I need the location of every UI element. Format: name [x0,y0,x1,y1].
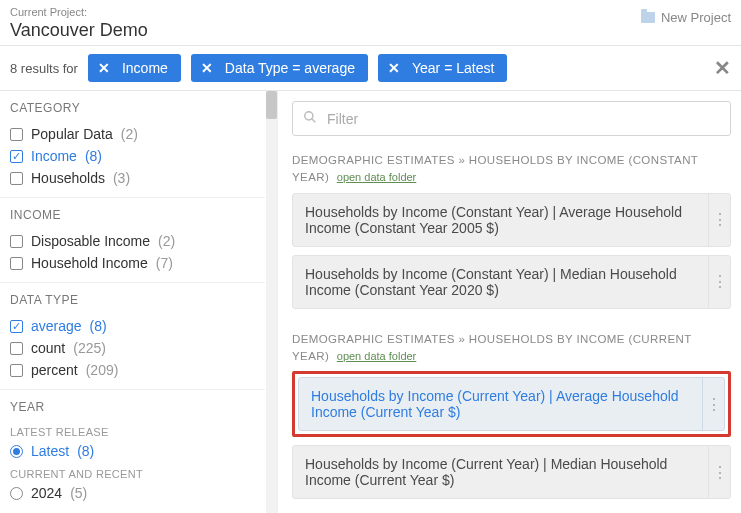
facet-count: (5) [70,485,87,501]
facet-count: (209) [86,362,119,378]
facet-popular-data[interactable]: Popular Data (2) [10,123,255,145]
facet-label: percent [31,362,78,378]
result-item[interactable]: Households by Income (Constant Year) | M… [292,255,731,309]
result-title: Households by Income (Current Year) | Av… [299,378,702,430]
close-icon[interactable]: ✕ [388,61,400,75]
facet-average[interactable]: average (8) [10,315,255,337]
checkbox-icon [10,257,23,270]
scrollbar-track[interactable] [266,91,277,513]
facet-household-income[interactable]: Household Income (7) [10,252,255,274]
facet-count: (225) [73,340,106,356]
facet-label: Households [31,170,105,186]
result-item-highlighted[interactable]: Households by Income (Current Year) | Av… [292,371,731,437]
new-project-button[interactable]: New Project [641,6,731,25]
svg-line-1 [312,119,316,123]
facet-count: (2) [158,233,175,249]
filter-box[interactable] [292,101,731,136]
facet-income[interactable]: Income (8) [10,145,255,167]
chip-label: Data Type = average [225,60,355,76]
result-title: Households by Income (Current Year) | Me… [293,446,708,498]
facet-label: Income [31,148,77,164]
kebab-icon[interactable]: ⋮ [708,194,730,246]
facet-count: (3) [113,170,130,186]
facet-count: (8) [77,443,94,459]
facet-percent[interactable]: percent (209) [10,359,255,381]
new-project-label: New Project [661,10,731,25]
radio-label: 2024 [31,485,62,501]
section-year: YEAR [0,389,265,420]
facet-households[interactable]: Households (3) [10,167,255,189]
subhead-latest-release: LATEST RELEASE [0,420,265,440]
facet-count: (8) [85,148,102,164]
section-category: CATEGORY [0,91,265,121]
filter-input[interactable] [327,111,720,127]
search-icon [303,110,317,127]
chip-datatype[interactable]: ✕Data Type = average [191,54,368,82]
facet-disposable-income[interactable]: Disposable Income (2) [10,230,255,252]
radio-icon [10,445,23,458]
facet-count: (8) [90,318,107,334]
close-icon[interactable]: ✕ [201,61,213,75]
radio-label: Latest [31,443,69,459]
kebab-icon[interactable]: ⋮ [708,256,730,308]
chip-label: Year = Latest [412,60,494,76]
facet-count[interactable]: count (225) [10,337,255,359]
group-head-constant-year: DEMOGRAPHIC ESTIMATES » HOUSEHOLDS BY IN… [292,152,731,187]
facet-label: Disposable Income [31,233,150,249]
open-data-folder-link[interactable]: open data folder [337,171,417,183]
facet-label: average [31,318,82,334]
results-count: 8 results for [10,61,78,76]
radio-latest[interactable]: Latest (8) [0,440,265,462]
facet-count: (7) [156,255,173,271]
project-label: Current Project: [10,6,148,18]
kebab-icon[interactable]: ⋮ [702,378,724,430]
chip-year[interactable]: ✕Year = Latest [378,54,507,82]
open-data-folder-link[interactable]: open data folder [337,350,417,362]
checkbox-icon [10,235,23,248]
chip-income[interactable]: ✕Income [88,54,181,82]
facet-label: Household Income [31,255,148,271]
radio-icon [10,487,23,500]
checkbox-icon [10,320,23,333]
clear-all-icon[interactable]: ✕ [714,56,731,80]
facet-count: (2) [121,126,138,142]
facet-label: count [31,340,65,356]
section-data-type: DATA TYPE [0,282,265,313]
folder-icon [641,12,655,23]
checkbox-icon [10,150,23,163]
project-name: Vancouver Demo [10,20,148,41]
result-item[interactable]: Households by Income (Current Year) | Me… [292,445,731,499]
radio-2024[interactable]: 2024 (5) [0,482,265,504]
subhead-current-recent: CURRENT AND RECENT [0,462,265,482]
section-income: INCOME [0,197,265,228]
close-icon[interactable]: ✕ [98,61,110,75]
group-head-current-year: DEMOGRAPHIC ESTIMATES » HOUSEHOLDS BY IN… [292,331,731,366]
checkbox-icon [10,172,23,185]
result-title: Households by Income (Constant Year) | M… [293,256,708,308]
facet-label: Popular Data [31,126,113,142]
scrollbar-thumb[interactable] [266,91,277,119]
checkbox-icon [10,128,23,141]
result-title: Households by Income (Constant Year) | A… [293,194,708,246]
chip-label: Income [122,60,168,76]
checkbox-icon [10,342,23,355]
result-item[interactable]: Households by Income (Constant Year) | A… [292,193,731,247]
kebab-icon[interactable]: ⋮ [708,446,730,498]
svg-point-0 [305,112,313,120]
checkbox-icon [10,364,23,377]
